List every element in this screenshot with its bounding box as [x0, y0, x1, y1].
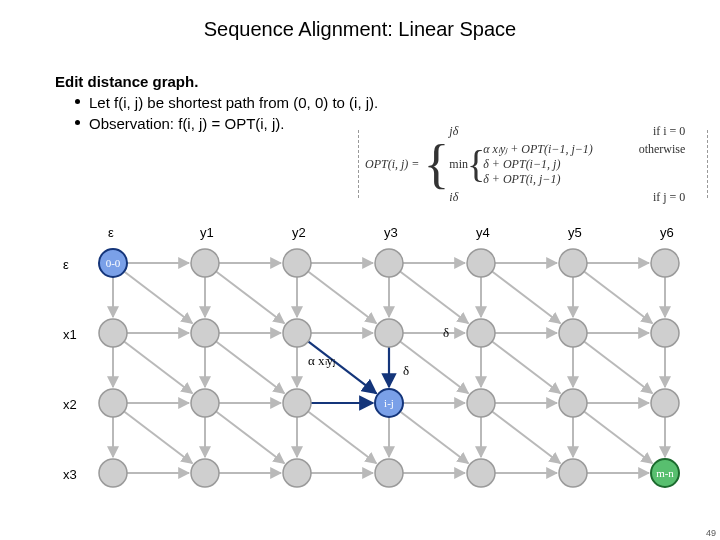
- svg-line-43: [216, 411, 284, 463]
- mid-b: δ + OPT(i−1, j): [483, 157, 593, 172]
- mid-a: α xᵢyⱼ + OPT(i−1, j−1): [483, 142, 593, 157]
- svg-point-75: [467, 319, 495, 347]
- col-y1: y1: [200, 225, 214, 240]
- svg-line-17: [584, 271, 652, 323]
- col-eps: ε: [108, 225, 114, 240]
- svg-point-72: [191, 319, 219, 347]
- opt-formula: OPT(i, j) = { jδ if i = 0 min { α xᵢyⱼ +…: [358, 130, 708, 198]
- svg-point-83: [467, 389, 495, 417]
- svg-line-8: [308, 271, 376, 323]
- svg-point-90: [467, 459, 495, 487]
- svg-line-21: [124, 341, 192, 393]
- svg-line-14: [492, 271, 560, 323]
- svg-point-87: [191, 459, 219, 487]
- svg-point-89: [375, 459, 403, 487]
- row-x2: x2: [63, 397, 77, 412]
- svg-point-80: [283, 389, 311, 417]
- col-y6: y6: [660, 225, 674, 240]
- grid-svg: 0-0i-jm-n: [55, 225, 695, 525]
- svg-line-33: [492, 341, 560, 393]
- row-x1: x1: [63, 327, 77, 342]
- svg-point-77: [651, 319, 679, 347]
- svg-point-74: [375, 319, 403, 347]
- min-label: min: [449, 157, 468, 172]
- bullet-1: Let f(i, j) be shortest path from (0, 0)…: [75, 92, 720, 113]
- delta-v-label: δ: [403, 363, 409, 379]
- svg-line-24: [216, 341, 284, 393]
- svg-point-86: [99, 459, 127, 487]
- svg-line-46: [308, 411, 376, 463]
- svg-point-85: [651, 389, 679, 417]
- alpha-label: α xᵢyⱼ: [308, 353, 335, 369]
- row-x3: x3: [63, 467, 77, 482]
- svg-point-78: [99, 389, 127, 417]
- svg-text:0-0: 0-0: [106, 257, 121, 269]
- svg-line-40: [124, 411, 192, 463]
- mid-c: δ + OPT(i, j−1): [483, 172, 593, 187]
- svg-point-66: [283, 249, 311, 277]
- svg-line-30: [400, 341, 468, 393]
- col-y3: y3: [384, 225, 398, 240]
- page-title: Sequence Alignment: Linear Space: [0, 18, 720, 41]
- svg-point-84: [559, 389, 587, 417]
- svg-line-55: [584, 411, 652, 463]
- svg-point-73: [283, 319, 311, 347]
- svg-point-65: [191, 249, 219, 277]
- case1-lhs: jδ: [449, 124, 458, 139]
- case1-cond: if i = 0: [653, 124, 685, 139]
- svg-line-11: [400, 271, 468, 323]
- case2-cond: otherwise: [639, 142, 686, 187]
- svg-line-52: [492, 411, 560, 463]
- svg-line-2: [124, 271, 192, 323]
- svg-point-69: [559, 249, 587, 277]
- svg-line-49: [400, 411, 468, 463]
- svg-point-70: [651, 249, 679, 277]
- row-eps: ε: [63, 257, 69, 272]
- svg-text:m-n: m-n: [656, 467, 674, 479]
- svg-point-68: [467, 249, 495, 277]
- svg-text:i-j: i-j: [384, 397, 394, 409]
- formula-cases: jδ if i = 0 min { α xᵢyⱼ + OPT(i−1, j−1)…: [447, 124, 685, 205]
- col-y2: y2: [292, 225, 306, 240]
- brace-icon: {: [423, 137, 449, 191]
- case3-cond: if j = 0: [653, 190, 685, 205]
- svg-point-71: [99, 319, 127, 347]
- formula-lhs: OPT(i, j) =: [359, 157, 425, 172]
- delta-h-label: δ: [443, 325, 449, 341]
- section-heading: Edit distance graph.: [55, 71, 720, 92]
- svg-line-5: [216, 271, 284, 323]
- svg-point-76: [559, 319, 587, 347]
- svg-point-67: [375, 249, 403, 277]
- col-y4: y4: [476, 225, 490, 240]
- col-y5: y5: [568, 225, 582, 240]
- svg-point-88: [283, 459, 311, 487]
- case3-lhs: iδ: [449, 190, 458, 205]
- slide-number: 49: [706, 528, 716, 538]
- svg-point-79: [191, 389, 219, 417]
- dp-grid-graph: 0-0i-jm-n ε y1 y2 y3 y4 y5 y6 ε x1 x2 x3…: [55, 225, 695, 529]
- svg-point-91: [559, 459, 587, 487]
- svg-line-36: [584, 341, 652, 393]
